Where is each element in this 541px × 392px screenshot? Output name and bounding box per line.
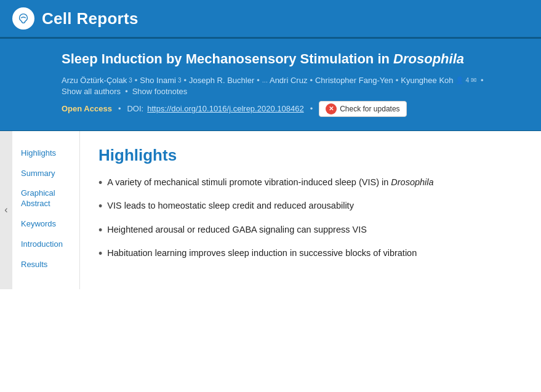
nav-item-highlights[interactable]: Highlights [12,143,79,164]
highlight-text: Habituation learning improves sleep indu… [107,247,417,260]
check-updates-label: Check for updates [340,105,399,113]
highlight-item: • Habituation learning improves sleep in… [98,247,516,261]
nav-item-results[interactable]: Results [12,255,79,275]
bullet-icon: • [98,247,102,261]
highlights-list: • A variety of mechanical stimuli promot… [98,176,516,261]
show-all-authors-link[interactable]: Show all authors [62,87,121,96]
highlight-text: Heightened arousal or reduced GABA signa… [107,223,367,237]
highlight-text: A variety of mechanical stimuli promote … [107,176,433,190]
site-title: Cell Reports [42,9,138,28]
author-link[interactable]: Kyunghee Koh [401,76,453,85]
highlight-text: VIS leads to homeostatic sleep credit an… [107,199,354,213]
crossmark-icon: ✕ [326,103,337,114]
author-link[interactable]: Joseph R. Buchler [189,76,254,85]
highlight-item: • A variety of mechanical stimuli promot… [98,176,516,190]
main-content: ‹ Highlights Summary Graphical Abstract … [0,131,541,289]
doi-line: Open Access • DOI: https://doi.org/10.10… [62,101,510,117]
article-body: Highlights • A variety of mechanical sti… [80,131,541,289]
highlight-item: • Heightened arousal or reduced GABA sig… [98,223,516,238]
open-access-badge: Open Access [62,104,112,113]
bullet-icon: • [98,224,102,238]
highlight-item: • VIS leads to homeostatic sleep credit … [98,199,516,214]
check-updates-button[interactable]: ✕ Check for updates [319,101,406,117]
authors-line: Arzu Öztürk-Çolak3 • Sho Inami3 • Joseph… [62,76,510,96]
nav-item-introduction[interactable]: Introduction [12,234,79,255]
logo-icon [12,7,34,30]
article-header: Sleep Induction by Mechanosensory Stimul… [0,39,541,131]
nav-item-keywords[interactable]: Keywords [12,214,79,234]
section-nav: Highlights Summary Graphical Abstract Ke… [12,131,80,289]
left-panel-toggle[interactable]: ‹ [0,131,12,289]
author-link[interactable]: Christopher Fang-Yen [315,76,393,85]
doi-link[interactable]: https://doi.org/10.1016/j.celrep.2020.10… [147,104,303,113]
nav-item-graphical-abstract[interactable]: Graphical Abstract [12,183,79,214]
bullet-icon: • [98,200,102,214]
header-bar: Cell Reports [0,0,541,39]
show-footnotes-link[interactable]: Show footnotes [132,87,188,96]
doi-label: DOI: [127,104,143,113]
author-link[interactable]: Sho Inami [140,76,176,85]
author-link[interactable]: Arzu Öztürk-Çolak [62,76,127,85]
nav-item-summary[interactable]: Summary [12,164,79,184]
highlights-title: Highlights [98,146,516,165]
article-title: Sleep Induction by Mechanosensory Stimul… [62,50,510,68]
author-link[interactable]: Andri Cruz [270,76,307,85]
chevron-left-icon: ‹ [4,204,7,215]
bullet-icon: • [98,177,102,190]
